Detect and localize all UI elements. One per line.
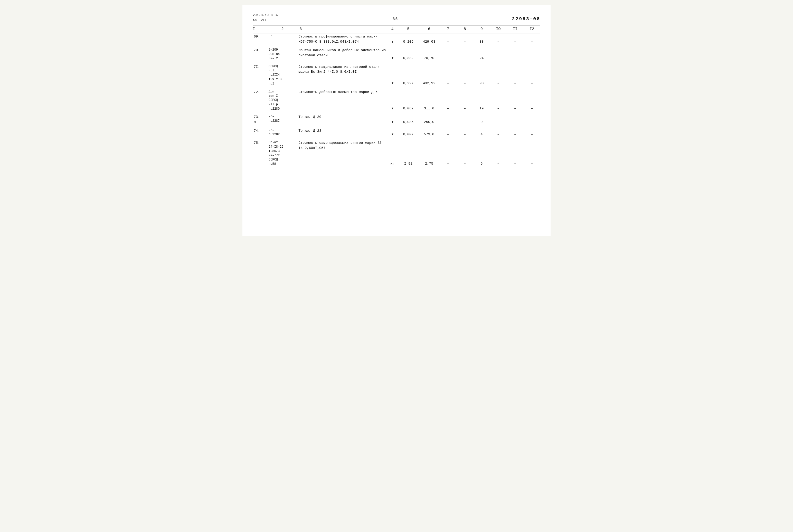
doc-number: 291-8-19 С.87 (253, 13, 279, 18)
cell-row5-col7: – (456, 128, 473, 138)
cell-row4-col0: 73. п (253, 114, 268, 125)
row-spacer (253, 87, 540, 89)
row-spacer (253, 138, 540, 140)
cell-row2-col11: – (524, 64, 540, 87)
col-header-2: 2 (268, 25, 297, 33)
table-row: 7I.ССРСЦ ч.II п.2II4 т.ч.т.3 п.IСтоимост… (253, 64, 540, 87)
row-spacer (253, 62, 540, 64)
cell-row1-col3: т (387, 47, 398, 61)
table-row: 69.–"–Стоимость профилированного листа м… (253, 33, 540, 45)
main-table: I 2 3 4 5 6 7 8 9 IO II I2 69.–"–Стоимос… (253, 25, 540, 167)
column-header-row: I 2 3 4 5 6 7 8 9 IO II I2 (253, 25, 540, 33)
table-row: 75.Пр-нт 24–I8–29 I980/3 09–772 ССРСЦ п.… (253, 140, 540, 167)
col-header-12: I2 (524, 25, 540, 33)
header-area: 291-8-19 С.87 Ал. VII - 35 - 22983-08 (253, 13, 540, 23)
cell-row0-col10: – (507, 33, 523, 45)
sheet-label: Ал. VII (253, 18, 279, 23)
cell-row6-col9: – (490, 140, 507, 167)
cell-row5-col5: 579,0 (419, 128, 440, 138)
col-header-10: IO (490, 25, 507, 33)
cell-row4-col7: – (456, 114, 473, 125)
cell-row5-col8: 4 (473, 128, 490, 138)
drawing-number: 22983-08 (512, 16, 540, 22)
cell-row0-col7: – (456, 33, 473, 45)
cell-row0-col0: 69. (253, 33, 268, 45)
cell-row4-col11: – (524, 114, 540, 125)
cell-row3-col10: – (507, 89, 523, 112)
cell-row2-col5: 432,92 (419, 64, 440, 87)
table-row: 74.–"– п.2282То же, Д–23т0,007579,0––4––… (253, 128, 540, 138)
cell-row4-col9: – (490, 114, 507, 125)
cell-row4-col3: т (387, 114, 398, 125)
cell-row5-col2: То же, Д–23 (297, 128, 387, 138)
row-spacer (253, 45, 540, 47)
cell-row0-col9: – (490, 33, 507, 45)
cell-row3-col8: I9 (473, 89, 490, 112)
cell-row6-col0: 75. (253, 140, 268, 167)
col-header-6: 6 (419, 25, 440, 33)
cell-row6-col8: 5 (473, 140, 490, 167)
col-header-4: 4 (387, 25, 398, 33)
cell-row5-col6: – (440, 128, 456, 138)
cell-row5-col1: –"– п.2282 (268, 128, 297, 138)
cell-row0-col8: 88 (473, 33, 490, 45)
cell-row6-col3: кг (387, 140, 398, 167)
cell-row0-col1: –"– (268, 33, 297, 45)
cell-row5-col3: т (387, 128, 398, 138)
cell-row6-col2: Стоимость самонарезающих винтов марки В6… (297, 140, 387, 167)
table-row: 73. п–"– п.228IТо же, Д–20т0,035250,0––9… (253, 114, 540, 125)
cell-row2-col8: 98 (473, 64, 490, 87)
cell-row4-col6: – (440, 114, 456, 125)
cell-row5-col9: – (490, 128, 507, 138)
cell-row4-col5: 250,0 (419, 114, 440, 125)
row-spacer (253, 112, 540, 114)
cell-row6-col4: I,92 (398, 140, 419, 167)
cell-row1-col7: – (456, 47, 473, 61)
cell-row5-col4: 0,007 (398, 128, 419, 138)
cell-row1-col10: – (507, 47, 523, 61)
col-header-1: I (253, 25, 268, 33)
cell-row1-col2: Монтаж нащельников и доборных элементов … (297, 47, 387, 61)
cell-row2-col0: 7I. (253, 64, 268, 87)
cell-row6-col7: – (456, 140, 473, 167)
cell-row0-col4: 0,205 (398, 33, 419, 45)
cell-row6-col11: – (524, 140, 540, 167)
cell-row6-col10: – (507, 140, 523, 167)
table-row: 72.Доп. вып.I ССРСЦ чII рI п.2280Стоимос… (253, 89, 540, 112)
cell-row2-col4: 0,227 (398, 64, 419, 87)
cell-row3-col9: – (490, 89, 507, 112)
page-number: - 35 - (387, 17, 404, 21)
cell-row5-col10: – (507, 128, 523, 138)
col-header-7: 7 (440, 25, 456, 33)
cell-row0-col5: 429,03 (419, 33, 440, 45)
cell-row2-col2: Стоимость нащельников из листовой стали … (297, 64, 387, 87)
cell-row0-col2: Стоимость профилированного листа марки Н… (297, 33, 387, 45)
cell-row6-col6: – (440, 140, 456, 167)
col-header-3: 3 (297, 25, 387, 33)
cell-row2-col6: – (440, 64, 456, 87)
cell-row1-col0: 70. (253, 47, 268, 61)
row-spacer (253, 126, 540, 128)
header-left: 291-8-19 С.87 Ал. VII (253, 13, 279, 23)
cell-row4-col4: 0,035 (398, 114, 419, 125)
cell-row0-col11: – (524, 33, 540, 45)
cell-row1-col9: – (490, 47, 507, 61)
col-header-9: 9 (473, 25, 490, 33)
cell-row4-col2: То же, Д–20 (297, 114, 387, 125)
cell-row3-col7: – (456, 89, 473, 112)
cell-row1-col1: 9–209 ЭСН-84 32–I2 (268, 47, 297, 61)
cell-row6-col1: Пр-нт 24–I8–29 I980/3 09–772 ССРСЦ п.58 (268, 140, 297, 167)
cell-row3-col2: Стоимость доборных элементов марки Д–6 (297, 89, 387, 112)
col-header-11: II (507, 25, 523, 33)
cell-row5-col11: – (524, 128, 540, 138)
cell-row1-col6: – (440, 47, 456, 61)
cell-row3-col6: – (440, 89, 456, 112)
page-container: 291-8-19 С.87 Ал. VII - 35 - 22983-08 I … (242, 5, 551, 236)
table-row: 70.9–209 ЭСН-84 32–I2Монтаж нащельников … (253, 47, 540, 61)
col-header-8: 8 (456, 25, 473, 33)
cell-row0-col3: т (387, 33, 398, 45)
cell-row0-col6: – (440, 33, 456, 45)
cell-row1-col4: 0,332 (398, 47, 419, 61)
cell-row3-col1: Доп. вып.I ССРСЦ чII рI п.2280 (268, 89, 297, 112)
cell-row4-col1: –"– п.228I (268, 114, 297, 125)
